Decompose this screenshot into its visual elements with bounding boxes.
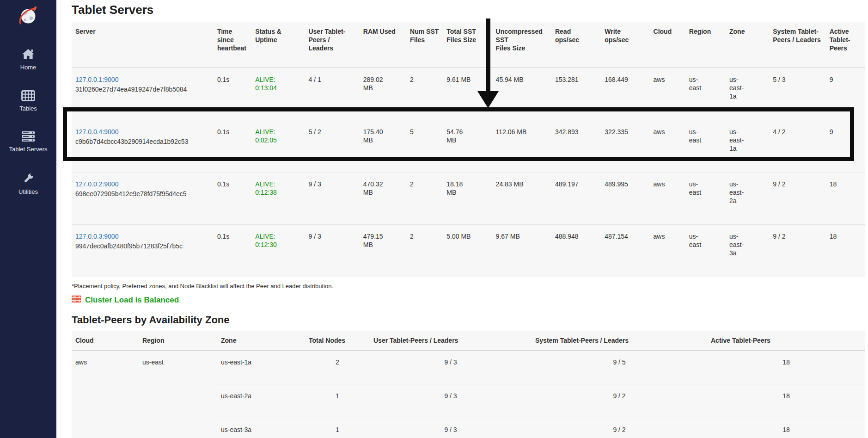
zone-cell: us-east-2a xyxy=(726,173,769,225)
table-row-highlighted: 127.0.0.4:9000 c9b6b7d4cbcc43b290914ecda… xyxy=(72,120,865,173)
placement-footnote: *Placement policy, Preferred zones, and … xyxy=(72,283,868,290)
status-cell: ALIVE: 0:13:04 xyxy=(251,68,305,120)
status-badge: ALIVE: xyxy=(255,232,301,241)
status-badge: ALIVE: xyxy=(255,128,301,136)
read-ops-cell: 489.197 xyxy=(551,173,601,225)
zone-cell: us-east-1a xyxy=(726,120,769,173)
sidebar-item-label: Tablet Servers xyxy=(9,146,47,153)
col-heartbeat: Time since heartbeat xyxy=(214,22,251,68)
server-address-link[interactable]: 127.0.0.3:9000 xyxy=(75,233,118,240)
sidebar-nav: Home Tables xyxy=(0,48,56,195)
table-row: 127.0.0.2:9000 698ee072905b412e9e78fd75f… xyxy=(72,173,865,225)
total-sst-cell: 18.18 MB xyxy=(443,173,492,225)
status-cell: ALIVE: 0:02:05 xyxy=(251,120,305,173)
col-system-peers: System Tablet-Peers / Leaders xyxy=(769,22,825,68)
write-ops-cell: 489.995 xyxy=(601,173,649,225)
uncompressed-sst-cell: 9.67 MB xyxy=(492,225,551,277)
col-cloud: Cloud xyxy=(72,331,139,351)
uncompressed-sst-cell: 45.94 MB xyxy=(492,68,551,120)
heartbeat-cell: 0.1s xyxy=(214,225,251,277)
total-sst-cell: 9.61 MB xyxy=(443,68,492,120)
region-cell: us-east xyxy=(685,120,726,173)
cloud-cell: aws xyxy=(650,225,685,277)
num-sst-cell: 5 xyxy=(406,120,443,173)
sidebar-item-home[interactable]: Home xyxy=(0,48,56,71)
col-zone: Zone xyxy=(726,22,769,68)
system-peers-cell: 5 / 3 xyxy=(769,68,825,120)
cloud-cell: aws xyxy=(650,120,685,173)
sidebar-item-label: Home xyxy=(20,64,37,71)
status-badge: ALIVE: xyxy=(255,75,301,84)
ram-cell: 289.02 MB xyxy=(360,68,406,120)
total-sst-cell: 5.00 MB xyxy=(443,225,492,277)
tables-icon xyxy=(21,90,35,103)
uptime-value: 0:13:04 xyxy=(255,84,301,92)
num-sst-cell: 2 xyxy=(406,68,443,120)
col-region: Region xyxy=(685,22,726,68)
system-peers-cell: 9 / 2 xyxy=(769,173,825,225)
server-address-link[interactable]: 127.0.0.1:9000 xyxy=(75,76,118,83)
ram-cell: 175.40 MB xyxy=(360,120,406,173)
active-peers-cell: 18 xyxy=(707,384,865,418)
sidebar-item-utilities[interactable]: Utilities xyxy=(0,172,56,196)
uncompressed-sst-cell: 24.83 MB xyxy=(492,173,551,225)
heartbeat-cell: 0.1s xyxy=(214,68,251,120)
total-nodes-cell: 2 xyxy=(305,351,370,384)
col-active-peers: Active Tablet-Peers xyxy=(826,22,865,68)
page-title: Tablet Servers xyxy=(72,3,868,17)
write-ops-cell: 487.154 xyxy=(601,225,649,277)
zones-header-row: Cloud Region Zone Total Nodes User Table… xyxy=(72,331,865,351)
active-peers-cell: 18 xyxy=(707,418,865,438)
server-uuid: 9947dec0afb2480f95b71283f25f7b5c xyxy=(75,242,210,250)
balanced-status-icon xyxy=(72,296,81,305)
server-address-link[interactable]: 127.0.0.4:9000 xyxy=(75,128,118,136)
col-uncompressed-sst: Uncompressed SST Files Size xyxy=(492,22,551,68)
sidebar-item-tables[interactable]: Tables xyxy=(0,90,56,112)
tablet-servers-icon xyxy=(21,131,35,143)
server-uuid: 698ee072905b412e9e78fd75f95d4ec5 xyxy=(75,190,210,198)
user-peers-cell: 5 / 2 xyxy=(305,120,359,173)
cloud-cell: aws xyxy=(72,351,139,438)
system-peers-cell: 4 / 2 xyxy=(769,120,825,173)
col-status-uptime: Status & Uptime xyxy=(251,22,305,68)
server-cell: 127.0.0.1:9000 31f0260e27d74ea4919247de7… xyxy=(72,68,214,120)
active-peers-cell: 9 xyxy=(826,120,865,173)
ram-cell: 479.15 MB xyxy=(360,225,406,277)
region-cell: us-east xyxy=(685,68,726,120)
col-zone: Zone xyxy=(217,331,305,351)
col-cloud: Cloud xyxy=(650,22,685,68)
sidebar-item-label: Tables xyxy=(19,105,37,112)
col-server: Server xyxy=(72,22,214,68)
user-peers-cell: 9 / 3 xyxy=(370,384,532,418)
sidebar: Home Tables xyxy=(0,0,56,438)
region-cell: us-east xyxy=(685,173,726,225)
main-content: Tablet Servers Server Time since heartbe… xyxy=(56,0,868,438)
user-peers-cell: 9 / 3 xyxy=(305,173,359,225)
sidebar-item-tablet-servers[interactable]: Tablet Servers xyxy=(0,131,56,153)
zone-cell: us-east-3a xyxy=(726,225,769,277)
cluster-balance-status: Cluster Load is Balanced xyxy=(72,296,868,305)
zone-cell: us-east-1a xyxy=(726,68,769,120)
uptime-value: 0:12:30 xyxy=(255,241,301,249)
yugabyte-logo[interactable] xyxy=(18,5,39,30)
col-user-peers: User Tablet-Peers / Leaders xyxy=(305,22,359,68)
system-peers-cell: 9 / 2 xyxy=(532,418,707,438)
sidebar-item-label: Utilities xyxy=(18,189,38,195)
server-address-link[interactable]: 127.0.0.2:9000 xyxy=(75,180,118,188)
server-cell: 127.0.0.3:9000 9947dec0afb2480f95b71283f… xyxy=(72,225,214,277)
total-sst-cell: 54.76 MB xyxy=(443,120,492,173)
zones-section-title: Tablet-Peers by Availability Zone xyxy=(72,314,868,326)
user-peers-cell: 9 / 3 xyxy=(305,225,359,277)
region-cell: us-east xyxy=(685,225,726,277)
read-ops-cell: 342.893 xyxy=(551,120,601,173)
status-cell: ALIVE: 0:12:30 xyxy=(251,225,305,277)
tablet-servers-table: Server Time since heartbeat Status & Upt… xyxy=(72,22,865,277)
col-num-sst: Num SST Files xyxy=(406,22,443,68)
col-region: Region xyxy=(139,331,217,351)
col-write-ops: Write ops/sec xyxy=(601,22,649,68)
active-peers-cell: 9 xyxy=(826,68,865,120)
ram-cell: 470.32 MB xyxy=(360,173,406,225)
user-peers-cell: 9 / 3 xyxy=(370,418,532,438)
active-peers-cell: 18 xyxy=(826,173,865,225)
zone-cell: us-east-2a xyxy=(217,384,305,418)
